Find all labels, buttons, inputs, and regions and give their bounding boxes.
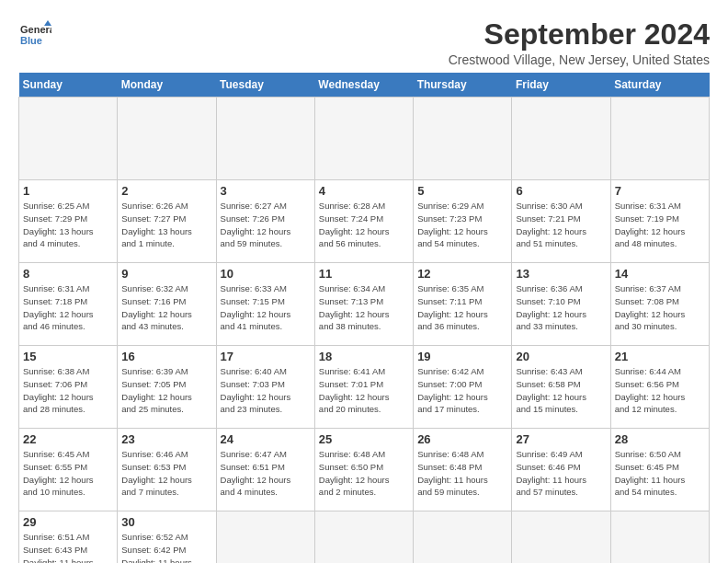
weekday-header-cell: Thursday [414, 73, 512, 98]
calendar-day-cell [19, 98, 118, 180]
logo-icon: General Blue [18, 18, 51, 52]
calendar-day-cell [118, 98, 216, 180]
calendar-day-cell: 7Sunrise: 6:31 AM Sunset: 7:19 PM Daylig… [610, 180, 709, 263]
day-number: 10 [221, 267, 311, 281]
calendar-day-cell: 5Sunrise: 6:29 AM Sunset: 7:23 PM Daylig… [414, 180, 512, 263]
day-info: Sunrise: 6:44 AM Sunset: 6:56 PM Dayligh… [615, 365, 705, 416]
day-info: Sunrise: 6:25 AM Sunset: 7:29 PM Dayligh… [23, 200, 113, 250]
calendar-day-cell [414, 511, 512, 563]
day-info: Sunrise: 6:31 AM Sunset: 7:19 PM Dayligh… [615, 200, 705, 250]
day-number: 23 [121, 432, 211, 446]
day-number: 28 [615, 432, 705, 446]
day-number: 12 [417, 267, 507, 281]
day-number: 15 [23, 350, 113, 363]
day-info: Sunrise: 6:42 AM Sunset: 7:00 PM Dayligh… [417, 365, 507, 416]
day-number: 11 [319, 267, 409, 281]
day-number: 25 [319, 432, 409, 446]
calendar-day-cell: 6Sunrise: 6:30 AM Sunset: 7:21 PM Daylig… [512, 180, 610, 263]
calendar-day-cell [512, 98, 610, 180]
day-number: 5 [417, 184, 507, 198]
calendar-day-cell: 16Sunrise: 6:39 AM Sunset: 7:05 PM Dayli… [118, 346, 216, 429]
day-info: Sunrise: 6:51 AM Sunset: 6:43 PM Dayligh… [23, 531, 113, 563]
day-number: 27 [516, 432, 606, 446]
day-number: 6 [516, 184, 606, 198]
day-number: 21 [615, 350, 705, 363]
calendar-day-cell: 19Sunrise: 6:42 AM Sunset: 7:00 PM Dayli… [414, 346, 512, 429]
day-info: Sunrise: 6:35 AM Sunset: 7:11 PM Dayligh… [417, 282, 507, 333]
calendar-body: 1Sunrise: 6:25 AM Sunset: 7:29 PM Daylig… [19, 98, 710, 563]
month-title: September 2024 [449, 18, 710, 51]
day-number: 26 [417, 432, 507, 446]
calendar-day-cell: 9Sunrise: 6:32 AM Sunset: 7:16 PM Daylig… [118, 263, 216, 346]
day-info: Sunrise: 6:28 AM Sunset: 7:24 PM Dayligh… [319, 200, 409, 250]
calendar-table: SundayMondayTuesdayWednesdayThursdayFrid… [18, 73, 710, 563]
day-info: Sunrise: 6:36 AM Sunset: 7:10 PM Dayligh… [516, 282, 606, 333]
day-info: Sunrise: 6:48 AM Sunset: 6:48 PM Dayligh… [417, 448, 507, 499]
day-info: Sunrise: 6:43 AM Sunset: 6:58 PM Dayligh… [516, 365, 606, 416]
day-info: Sunrise: 6:33 AM Sunset: 7:15 PM Dayligh… [221, 282, 311, 333]
weekday-header-cell: Sunday [19, 73, 118, 98]
calendar-day-cell: 8Sunrise: 6:31 AM Sunset: 7:18 PM Daylig… [19, 263, 118, 346]
calendar-day-cell [512, 511, 610, 563]
calendar-day-cell: 20Sunrise: 6:43 AM Sunset: 6:58 PM Dayli… [512, 346, 610, 429]
day-number: 4 [319, 184, 409, 198]
weekday-header-cell: Tuesday [216, 73, 314, 98]
calendar-day-cell: 12Sunrise: 6:35 AM Sunset: 7:11 PM Dayli… [414, 263, 512, 346]
calendar-day-cell: 15Sunrise: 6:38 AM Sunset: 7:06 PM Dayli… [19, 346, 118, 429]
day-info: Sunrise: 6:46 AM Sunset: 6:53 PM Dayligh… [121, 448, 211, 499]
day-number: 8 [23, 267, 113, 281]
logo: General Blue [18, 18, 53, 52]
calendar-day-cell [610, 511, 709, 563]
calendar-day-cell [216, 511, 314, 563]
calendar-day-cell: 10Sunrise: 6:33 AM Sunset: 7:15 PM Dayli… [216, 263, 314, 346]
weekday-header-cell: Friday [512, 73, 610, 98]
day-info: Sunrise: 6:26 AM Sunset: 7:27 PM Dayligh… [121, 200, 211, 250]
day-number: 16 [121, 350, 211, 363]
day-info: Sunrise: 6:34 AM Sunset: 7:13 PM Dayligh… [319, 282, 409, 333]
day-info: Sunrise: 6:38 AM Sunset: 7:06 PM Dayligh… [23, 365, 113, 416]
calendar-day-cell: 18Sunrise: 6:41 AM Sunset: 7:01 PM Dayli… [314, 346, 413, 429]
day-info: Sunrise: 6:39 AM Sunset: 7:05 PM Dayligh… [121, 365, 211, 416]
calendar-day-cell: 23Sunrise: 6:46 AM Sunset: 6:53 PM Dayli… [118, 429, 216, 511]
calendar-day-cell: 30Sunrise: 6:52 AM Sunset: 6:42 PM Dayli… [118, 511, 216, 563]
calendar-day-cell [610, 98, 709, 180]
calendar-day-cell [414, 98, 512, 180]
day-number: 14 [615, 267, 705, 281]
calendar-week-row: 22Sunrise: 6:45 AM Sunset: 6:55 PM Dayli… [19, 429, 710, 511]
day-info: Sunrise: 6:37 AM Sunset: 7:08 PM Dayligh… [615, 282, 705, 333]
location-title: Crestwood Village, New Jersey, United St… [449, 52, 710, 67]
day-number: 2 [121, 184, 211, 198]
calendar-week-row: 15Sunrise: 6:38 AM Sunset: 7:06 PM Dayli… [19, 346, 710, 429]
calendar-day-cell: 29Sunrise: 6:51 AM Sunset: 6:43 PM Dayli… [19, 511, 118, 563]
calendar-week-row: 8Sunrise: 6:31 AM Sunset: 7:18 PM Daylig… [19, 263, 710, 346]
day-info: Sunrise: 6:30 AM Sunset: 7:21 PM Dayligh… [516, 200, 606, 250]
calendar-day-cell: 22Sunrise: 6:45 AM Sunset: 6:55 PM Dayli… [19, 429, 118, 511]
calendar-day-cell: 2Sunrise: 6:26 AM Sunset: 7:27 PM Daylig… [118, 180, 216, 263]
day-info: Sunrise: 6:41 AM Sunset: 7:01 PM Dayligh… [319, 365, 409, 416]
calendar-day-cell: 25Sunrise: 6:48 AM Sunset: 6:50 PM Dayli… [314, 429, 413, 511]
calendar-day-cell [314, 511, 413, 563]
day-number: 7 [615, 184, 705, 198]
calendar-day-cell: 28Sunrise: 6:50 AM Sunset: 6:45 PM Dayli… [610, 429, 709, 511]
weekday-header-cell: Wednesday [314, 73, 413, 98]
calendar-week-row [19, 98, 710, 180]
day-number: 19 [417, 350, 507, 363]
day-info: Sunrise: 6:29 AM Sunset: 7:23 PM Dayligh… [417, 200, 507, 250]
day-number: 3 [221, 184, 311, 198]
day-info: Sunrise: 6:31 AM Sunset: 7:18 PM Dayligh… [23, 282, 113, 333]
day-number: 9 [121, 267, 211, 281]
calendar-day-cell: 24Sunrise: 6:47 AM Sunset: 6:51 PM Dayli… [216, 429, 314, 511]
weekday-header-row: SundayMondayTuesdayWednesdayThursdayFrid… [19, 73, 710, 98]
svg-text:Blue: Blue [20, 35, 42, 46]
calendar-day-cell: 26Sunrise: 6:48 AM Sunset: 6:48 PM Dayli… [414, 429, 512, 511]
day-info: Sunrise: 6:49 AM Sunset: 6:46 PM Dayligh… [516, 448, 606, 499]
calendar-day-cell: 14Sunrise: 6:37 AM Sunset: 7:08 PM Dayli… [610, 263, 709, 346]
day-number: 22 [23, 432, 113, 446]
calendar-day-cell: 17Sunrise: 6:40 AM Sunset: 7:03 PM Dayli… [216, 346, 314, 429]
day-number: 24 [221, 432, 311, 446]
day-info: Sunrise: 6:27 AM Sunset: 7:26 PM Dayligh… [221, 200, 311, 250]
calendar-day-cell: 13Sunrise: 6:36 AM Sunset: 7:10 PM Dayli… [512, 263, 610, 346]
calendar-day-cell [314, 98, 413, 180]
day-info: Sunrise: 6:52 AM Sunset: 6:42 PM Dayligh… [121, 531, 211, 563]
calendar-day-cell [216, 98, 314, 180]
